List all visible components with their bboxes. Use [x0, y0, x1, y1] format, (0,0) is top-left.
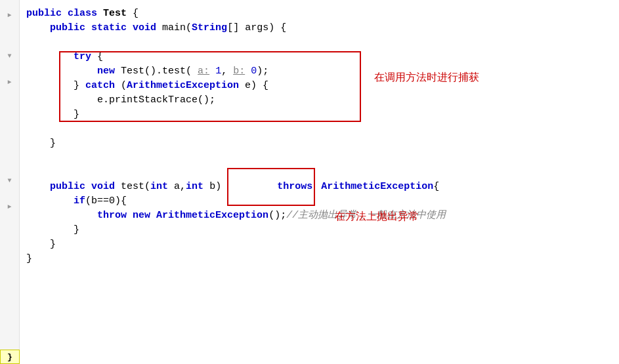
param-b-value: 0 [251, 64, 257, 79]
class-name-test: Test [103, 7, 127, 21]
keyword-int1: int [150, 180, 168, 194]
code-area: public class Test { public static void m… [20, 0, 619, 364]
code-line-4: try { [26, 50, 619, 64]
code-line-10: } [26, 136, 619, 151]
gutter-fold-3: ► [5, 76, 14, 88]
bottom-closing-brace: } [0, 350, 20, 364]
code-line-16: } [26, 223, 619, 237]
code-line-1: public class Test { [26, 7, 619, 21]
keyword-throws: throws [277, 181, 312, 192]
param-a-label: a: [198, 64, 209, 79]
code-line-18: } [26, 252, 619, 266]
keyword-new: new [97, 64, 115, 79]
param-b-label: b: [233, 64, 245, 79]
editor-area: ► ▼ ► ▼ ► public class Test { public sta… [0, 0, 619, 364]
code-line-17: } [26, 237, 619, 252]
keyword-static: static [91, 21, 127, 35]
keyword-class: class [68, 7, 97, 21]
code-line-2: public static void main( String [] args)… [26, 21, 619, 35]
gutter-fold-2: ▼ [5, 50, 14, 62]
gutter-icons: ► ▼ ► ▼ ► [5, 7, 14, 212]
param-a-value: 1 [215, 64, 221, 79]
code-line-5: new Test().test( a: 1 , b: 0 ); [26, 64, 619, 79]
keyword-try: try [74, 50, 91, 64]
keyword-public2: public [50, 21, 85, 35]
keyword-void2: void [91, 180, 115, 194]
code-line-13: public void test( int a, int b) throws A… [26, 180, 619, 194]
type-arithmetic-exception: ArithmeticException [127, 79, 239, 93]
annotation-try-catch: 在调用方法时进行捕获 [374, 71, 479, 85]
code-line-14: if (b==0){ [26, 194, 619, 209]
annotation-throws: 在方法上抛出异常 [335, 210, 419, 224]
code-line-8: } [26, 108, 619, 122]
gutter-fold-5: ► [5, 201, 14, 212]
keyword-void: void [133, 21, 156, 35]
keyword-if: if [74, 194, 85, 209]
type-string: String [192, 21, 227, 35]
code-line-12 [26, 165, 619, 180]
keyword-throw: throw [97, 209, 127, 223]
code-line-7: e.printStackTrace(); [26, 93, 619, 108]
type-arithmetic-exception3: ArithmeticException [156, 209, 268, 223]
code-line-9 [26, 122, 619, 136]
gutter: ► ▼ ► ▼ ► [0, 0, 20, 364]
keyword-int2: int [186, 180, 203, 194]
code-line-3 [26, 35, 619, 50]
keyword-public: public [26, 7, 62, 21]
throws-highlighted-box: throws [227, 168, 315, 206]
code-line-11 [26, 151, 619, 165]
code-line-15: throw new ArithmeticException (); //主动抛出… [26, 209, 619, 223]
keyword-catch: catch [85, 79, 115, 93]
type-arithmetic-exception2: ArithmeticException [321, 180, 433, 194]
gutter-fold-1: ► [5, 9, 14, 21]
gutter-fold-4: ▼ [5, 174, 14, 186]
keyword-new2: new [133, 209, 150, 223]
keyword-public3: public [50, 180, 85, 194]
code-line-6: } catch ( ArithmeticException e) { [26, 79, 619, 93]
